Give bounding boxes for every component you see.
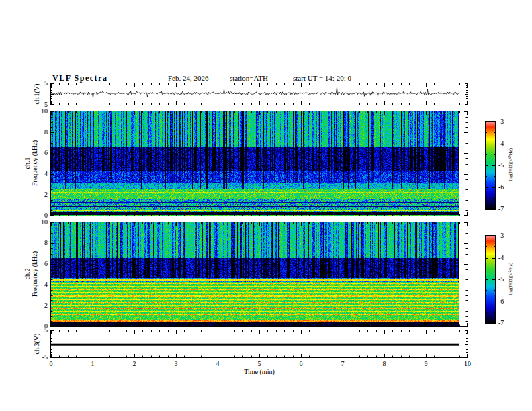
- ch1-frequency-axis-label-line1: ch.1: [24, 140, 31, 186]
- colorbar1-tick-label: -5: [498, 161, 504, 169]
- x-axis-tick-label: 4: [216, 360, 220, 368]
- colorbar2-tick-label: -5: [498, 275, 504, 283]
- wave1-y-tick-label: 5: [32, 79, 48, 87]
- ch1-frequency-axis-label-line2: Frequency (kHz): [31, 140, 38, 186]
- ch2-frequency-axis-label: ch.2 Frequency (kHz): [24, 251, 38, 297]
- x-axis-tick-label: 8: [383, 360, 386, 368]
- station-label: station=ATH: [230, 74, 268, 82]
- ch2-frequency-axis-label-line2: Frequency (kHz): [31, 251, 38, 297]
- ch3-waveform-canvas: [50, 330, 468, 358]
- x-axis-tick-label: 5: [258, 360, 261, 368]
- colorbar2-tick-label: -6: [498, 298, 504, 306]
- colorbar1-canvas: [485, 121, 496, 210]
- figure-date: Feb. 24, 2026: [168, 74, 209, 82]
- colorbar1-tick-label: -4: [498, 140, 504, 148]
- colorbar1-psd-label: log(PSD)(V²/Hz): [507, 148, 515, 181]
- spec1-y-tick-label: 2: [32, 191, 48, 199]
- spec2-y-tick-label: 8: [32, 239, 48, 247]
- x-axis-tick-label: 7: [341, 360, 345, 368]
- x-axis-tick-label: 3: [175, 360, 178, 368]
- spec2-y-tick-label: 4: [32, 281, 48, 289]
- colorbar2-tick-label: -4: [498, 254, 504, 262]
- ch1-spectrogram-canvas: [50, 111, 468, 216]
- figure-title: VLF Spectra: [52, 73, 107, 83]
- x-axis-title: Time (min): [244, 368, 274, 375]
- colorbar2-psd-label: log(PSD)(V²/Hz): [507, 263, 515, 295]
- spec1-y-tick-label: 8: [32, 128, 48, 136]
- spec1-y-tick-label: 6: [32, 149, 48, 157]
- colorbar2-tick-label: -3: [498, 232, 504, 240]
- x-axis-tick-label: 1: [91, 360, 95, 368]
- spec2-y-tick-label: 6: [32, 260, 48, 268]
- x-axis-tick-label: 2: [133, 360, 136, 368]
- wave3-y-tick-label: 5: [32, 326, 48, 334]
- x-axis-tick-label: 0: [50, 360, 53, 368]
- wave1-y-tick-label: -5: [32, 101, 48, 109]
- ch1-waveform-canvas: [50, 83, 468, 105]
- spec2-y-tick-label: 2: [32, 302, 48, 310]
- x-axis-tick-label: 6: [300, 360, 303, 368]
- colorbar1-tick-label: -7: [498, 205, 504, 213]
- ch1-frequency-axis-label: ch.1 Frequency (kHz): [24, 140, 38, 186]
- vlf-spectra-figure: VLF Spectra Feb. 24, 2026 station=ATH st…: [0, 0, 532, 411]
- colorbar2-canvas: [485, 235, 496, 324]
- ch2-frequency-axis-label-line1: ch.2: [24, 251, 31, 297]
- spec1-y-tick-label: 4: [32, 170, 48, 178]
- ch2-spectrogram-canvas: [50, 222, 468, 327]
- spec2-y-tick-label: 10: [32, 218, 48, 226]
- wave3-y-tick-label: -5: [32, 353, 48, 361]
- x-axis-tick-label: 9: [425, 360, 428, 368]
- colorbar1-tick-label: -6: [498, 183, 504, 191]
- colorbar2-tick-label: -7: [498, 319, 504, 327]
- x-axis-tick-label: 10: [464, 360, 471, 368]
- start-ut-label: start UT = 14: 20: 0: [293, 74, 351, 82]
- colorbar1-tick-label: -3: [498, 118, 504, 126]
- ch3-voltage-axis-label: ch.3(V): [33, 334, 40, 355]
